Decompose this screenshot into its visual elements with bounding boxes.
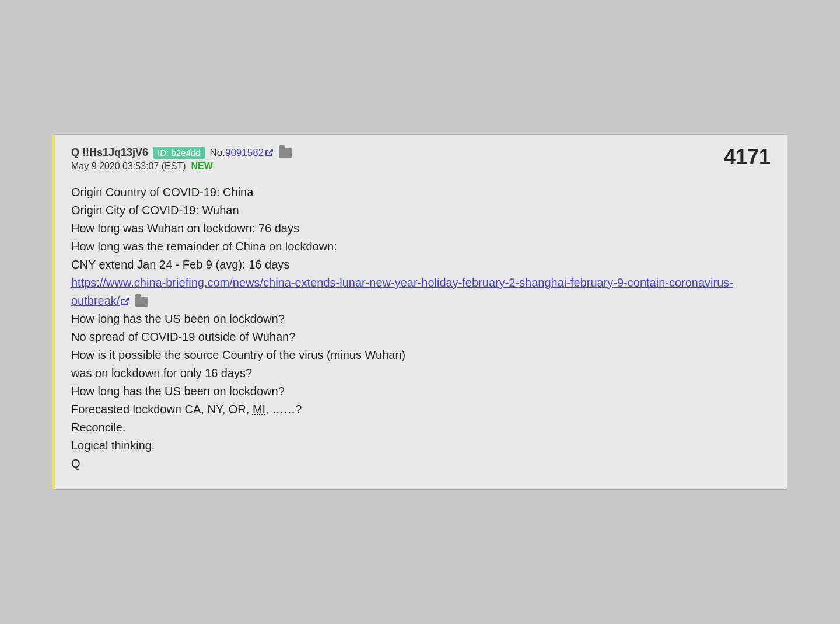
post-card: Q !!Hs1Jq13jV6 ID: b2e4dd No.9091582 May… bbox=[52, 134, 788, 490]
folder-icon bbox=[279, 148, 292, 158]
body-line-9: How long has the US been on lockdown? bbox=[71, 382, 771, 400]
post-body: Origin Country of COVID-19: China Origin… bbox=[71, 183, 771, 473]
post-id-badge: ID: b2e4dd bbox=[153, 147, 205, 159]
body-line-4: How long was the remainder of China on l… bbox=[71, 238, 771, 256]
post-no: No.9091582 bbox=[209, 147, 291, 159]
body-line-2: Origin City of COVID-19: Wuhan bbox=[71, 201, 771, 219]
folder-icon-2 bbox=[135, 297, 148, 307]
post-header: Q !!Hs1Jq13jV6 ID: b2e4dd No.9091582 May… bbox=[71, 147, 771, 172]
post-timestamp: May 9 2020 03:53:07 (EST) bbox=[71, 161, 186, 171]
post-no-link[interactable]: 9091582 bbox=[225, 147, 264, 158]
body-line-3: How long was Wuhan on lockdown: 76 days bbox=[71, 219, 771, 238]
body-line-12: Logical thinking. bbox=[71, 437, 771, 455]
body-line-10: Forecasted lockdown CA, NY, OR, MI, ……? bbox=[71, 400, 771, 419]
post-author: Q !!Hs1Jq13jV6 bbox=[71, 147, 148, 159]
body-line-6: How long has the US been on lockdown? bbox=[71, 310, 771, 328]
body-link-line: https://www.china-briefing.com/news/chin… bbox=[71, 274, 771, 310]
body-line-5: CNY extend Jan 24 - Feb 9 (avg): 16 days bbox=[71, 256, 771, 274]
body-line-11: Reconcile. bbox=[71, 419, 771, 437]
post-timestamp-row: May 9 2020 03:53:07 (EST) NEW bbox=[71, 161, 292, 172]
post-new-badge: NEW bbox=[191, 161, 212, 171]
body-line-1: Origin Country of COVID-19: China bbox=[71, 183, 771, 201]
china-briefing-link[interactable]: https://www.china-briefing.com/news/chin… bbox=[71, 276, 733, 307]
body-line-8: How is it possible the source Country of… bbox=[71, 346, 771, 364]
post-no-label: No. bbox=[209, 147, 225, 158]
post-header-left: Q !!Hs1Jq13jV6 ID: b2e4dd No.9091582 May… bbox=[71, 147, 292, 172]
body-line-7: No spread of COVID-19 outside of Wuhan? bbox=[71, 328, 771, 346]
body-line-13: Q bbox=[71, 455, 771, 473]
post-number: 4171 bbox=[724, 147, 771, 168]
mi-underline: MI bbox=[253, 403, 265, 416]
external-link-icon-2 bbox=[120, 297, 130, 306]
external-link-icon bbox=[264, 148, 274, 158]
body-line-8b: was on lockdown for only 16 days? bbox=[71, 364, 771, 382]
post-header-top: Q !!Hs1Jq13jV6 ID: b2e4dd No.9091582 bbox=[71, 147, 292, 159]
